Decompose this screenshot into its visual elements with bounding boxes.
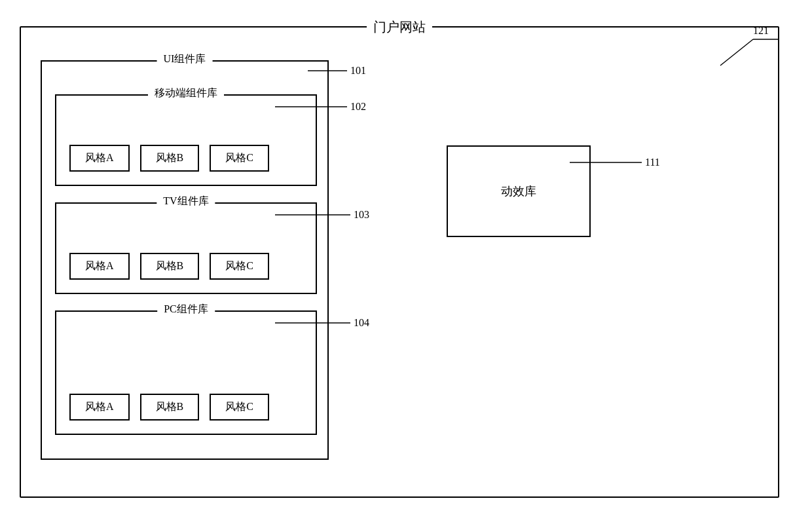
mobile-style-b: 风格B [140,145,200,172]
ui-library-title: UI组件库 [157,52,213,66]
page-container: 101 102 103 104 111 121 门户网站 UI组件库 移动端组件… [0,0,812,524]
mobile-library-box: 移动端组件库 风格A 风格B 风格C [55,94,317,186]
tv-style-b: 风格B [140,253,200,280]
animation-library-title: 动效库 [501,183,536,199]
main-title: 门户网站 [367,18,432,36]
mobile-style-a: 风格A [69,145,130,172]
pc-style-c: 风格C [210,394,269,421]
mobile-library-title: 移动端组件库 [148,86,224,100]
pc-library-title: PC组件库 [157,303,215,316]
ui-library-box: UI组件库 移动端组件库 风格A 风格B 风格C TV组件库 风格A 风格B 风… [41,60,329,460]
main-outer-box: 门户网站 UI组件库 移动端组件库 风格A 风格B 风格C TV组件库 风格A … [20,26,779,498]
tv-style-a: 风格A [69,253,130,280]
tv-style-c: 风格C [210,253,269,280]
animation-library-box: 动效库 [447,145,591,237]
mobile-style-items: 风格A 风格B 风格C [69,145,269,172]
tv-library-box: TV组件库 风格A 风格B 风格C [55,202,317,294]
tv-style-items: 风格A 风格B 风格C [69,253,269,280]
pc-library-box: PC组件库 风格A 风格B 风格C [55,310,317,435]
pc-style-a: 风格A [69,394,130,421]
mobile-style-c: 风格C [210,145,269,172]
tv-library-title: TV组件库 [157,195,215,208]
pc-style-items: 风格A 风格B 风格C [69,394,269,421]
pc-style-b: 风格B [140,394,200,421]
